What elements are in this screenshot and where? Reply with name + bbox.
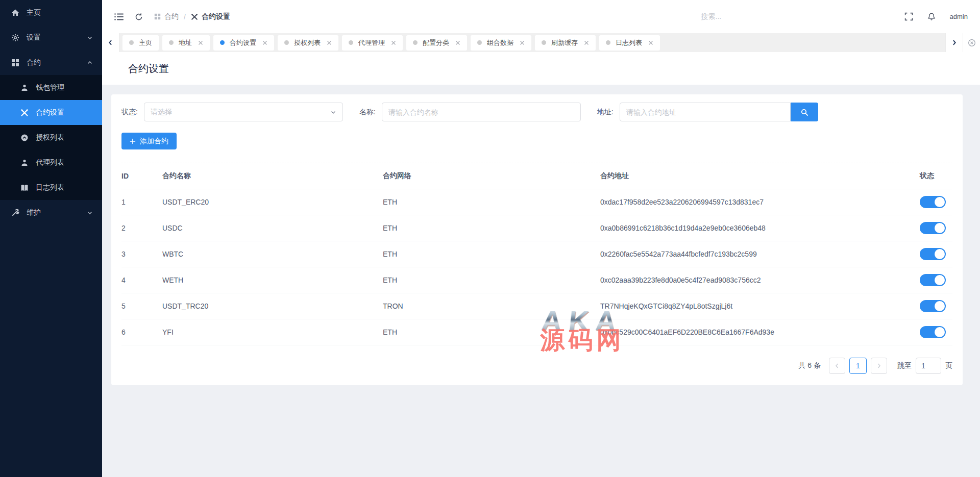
pagination-total: 共 6 条 [798,361,821,370]
tabs-close-all-button[interactable] [963,33,980,52]
filter-row: 状态: 请选择 名称: 地址: [121,103,952,121]
tab-label: 合约设置 [230,38,256,47]
tab-close-icon[interactable] [520,40,525,45]
tab-auth-list[interactable]: 授权列表 [278,35,338,51]
fullscreen-icon[interactable] [904,12,913,21]
cell-name: WETH [162,267,383,293]
tab-label: 代理管理 [358,38,385,47]
refresh-icon[interactable] [135,13,143,21]
cell-address: 0xa0b86991c6218b36c1d19d4a2e9eb0ce3606eb… [600,215,920,241]
sidebar: 主页 设置 合约 钱包管理 [0,0,102,477]
toggle-knob [935,223,945,233]
sidebar-item-auth-list[interactable]: 授权列表 [0,125,102,150]
sidebar-item-settings[interactable]: 设置 [0,25,102,50]
user-icon [20,84,29,92]
status-toggle[interactable] [920,196,946,208]
cell-name: USDC [162,215,383,241]
tab-dot-icon [413,40,418,45]
cell-name: YFI [162,319,383,345]
cell-network: TRON [383,293,600,319]
pagination-page-1[interactable]: 1 [849,358,867,374]
table-header-row: ID 合约名称 合约网络 合约地址 状态 [121,163,952,189]
breadcrumb-current: 合约设置 [191,12,230,21]
tab-label: 主页 [139,38,152,47]
status-toggle[interactable] [920,300,946,312]
menu-collapse-icon[interactable] [114,13,124,21]
topbar-right: 搜索... admin [701,12,968,21]
status-toggle[interactable] [920,222,946,234]
tab-refresh-cache[interactable]: 刷新缓存 [535,35,596,51]
page-title: 合约设置 [128,62,169,76]
tab-close-icon[interactable] [327,40,332,45]
sidebar-item-contracts[interactable]: 合约 [0,50,102,75]
sidebar-item-log-list[interactable]: 日志列表 [0,175,102,200]
column-header-status: 状态 [920,163,952,189]
sidebar-item-contract-settings[interactable]: 合约设置 [0,100,102,125]
tab-log-list[interactable]: 日志列表 [599,35,660,51]
add-contract-button[interactable]: 添加合约 [121,133,177,149]
tab-home[interactable]: 主页 [122,35,159,51]
tab-dot-icon [129,40,134,45]
topbar: 合约 / 合约设置 搜索... admin [102,0,980,33]
tab-contract-settings[interactable]: 合约设置 [213,35,274,51]
sidebar-item-label: 授权列表 [36,133,93,142]
tab-close-icon[interactable] [262,40,267,45]
tab-address[interactable]: 地址 [162,35,210,51]
sidebar-item-wallet-manage[interactable]: 钱包管理 [0,75,102,100]
tab-label: 组合数据 [487,38,513,47]
tab-label: 日志列表 [616,38,642,47]
tools-icon [20,109,29,117]
breadcrumb-current-label: 合约设置 [202,12,230,21]
status-toggle[interactable] [920,248,946,260]
tab-agent-manage[interactable]: 代理管理 [342,35,403,51]
toggle-knob [935,301,945,311]
tab-close-icon[interactable] [584,40,589,45]
tab-combo-data[interactable]: 组合数据 [471,35,531,51]
status-toggle[interactable] [920,326,946,338]
breadcrumb-section[interactable]: 合约 [154,12,179,21]
circle-badge-icon [20,134,29,142]
sidebar-item-agent-list[interactable]: 代理列表 [0,150,102,175]
status-toggle[interactable] [920,274,946,286]
status-select[interactable]: 请选择 [144,103,343,121]
tab-close-icon[interactable] [648,40,653,45]
toggle-knob [935,249,945,259]
address-input[interactable] [620,103,791,121]
tab-close-icon[interactable] [391,40,396,45]
tabs-scroll-left-button[interactable] [102,33,119,52]
search-input[interactable]: 搜索... [701,12,814,21]
contracts-table: ID 合约名称 合约网络 合约地址 状态 1 USDT_ERC20 [121,163,952,345]
pagination-jump-input[interactable] [916,358,941,374]
chevron-down-icon [87,210,93,216]
cell-name: USDT_ERC20 [162,189,383,215]
search-button[interactable] [791,103,818,121]
sidebar-item-home[interactable]: 主页 [0,0,102,25]
table-row: 3 WBTC ETH 0x2260fac5e5542a773aa44fbcfed… [121,241,952,267]
tabs-scroll-right-button[interactable] [945,33,963,52]
pagination-next-button[interactable] [871,358,887,374]
toggle-knob [935,197,945,207]
search-icon [800,108,808,116]
cell-network: ETH [383,319,600,345]
sidebar-item-label: 代理列表 [36,158,93,167]
add-contract-label: 添加合约 [140,137,168,146]
filter-name: 名称: [359,103,581,121]
breadcrumb: 合约 / 合约设置 [154,12,230,21]
bell-icon[interactable] [927,12,936,21]
cell-address: 0x0bc529c00C6401aEF6D220BE8C6Ea1667F6Ad9… [600,319,920,345]
tab-close-icon[interactable] [198,40,203,45]
chevron-down-icon [87,35,93,41]
status-label: 状态: [121,108,138,117]
user-menu[interactable]: admin [950,13,968,20]
name-input[interactable] [382,103,581,121]
sidebar-item-maintenance[interactable]: 维护 [0,200,102,225]
cell-name: USDT_TRC20 [162,293,383,319]
filter-status: 状态: 请选择 [121,103,343,121]
breadcrumb-separator: / [184,13,186,21]
pagination-prev-button[interactable] [829,358,845,374]
tab-config-category[interactable]: 配置分类 [406,35,467,51]
sidebar-item-label: 合约 [27,58,87,67]
sidebar-item-label: 主页 [27,8,93,17]
tab-close-icon[interactable] [455,40,460,45]
sidebar-item-label: 钱包管理 [36,83,93,92]
